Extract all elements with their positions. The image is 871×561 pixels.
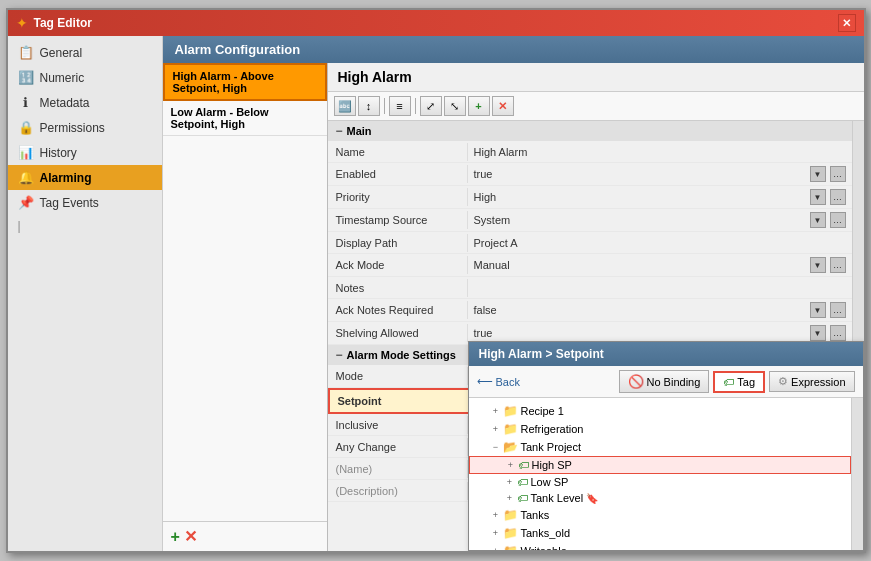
prop-ack-mode: Ack Mode Manual ▼ … — [328, 254, 852, 277]
sidebar-item-history[interactable]: 📊 History — [8, 140, 162, 165]
delete-prop-button[interactable]: ✕ — [492, 96, 514, 116]
sidebar-item-general[interactable]: 📋 General — [8, 40, 162, 65]
alarm-list: High Alarm - Above Setpoint, High Low Al… — [163, 63, 327, 521]
main-content: Alarm Configuration High Alarm - Above S… — [163, 36, 864, 551]
expand-button[interactable]: ⤢ — [420, 96, 442, 116]
app-icon: ✦ — [16, 15, 28, 31]
tag-binding-icon: 🏷 — [723, 376, 734, 388]
tree-item-high-sp[interactable]: + 🏷 High SP — [469, 456, 851, 474]
sidebar-label-metadata: Metadata — [40, 96, 90, 110]
expand-tanks-old[interactable]: + — [489, 528, 503, 538]
metadata-icon: ℹ — [18, 95, 34, 110]
title-bar: ✦ Tag Editor ✕ — [8, 10, 864, 36]
tree-item-recipe1[interactable]: + 📁 Recipe 1 — [469, 402, 851, 420]
title-bar-left: ✦ Tag Editor — [16, 15, 92, 31]
no-binding-icon: 🚫 — [628, 374, 644, 389]
sidebar-label-numeric: Numeric — [40, 71, 85, 85]
back-button[interactable]: ⟵ Back — [477, 375, 520, 388]
alarm-item-low[interactable]: Low Alarm - Below Setpoint, High — [163, 101, 327, 136]
expand-tank-level: + — [503, 493, 517, 503]
section-main[interactable]: Main — [328, 121, 852, 141]
shelving-dropdown[interactable]: ▼ — [810, 325, 826, 341]
sidebar-item-numeric[interactable]: 🔢 Numeric — [8, 65, 162, 90]
priority-dropdown[interactable]: ▼ — [810, 189, 826, 205]
enabled-dropdown[interactable]: ▼ — [810, 166, 826, 182]
expand-writeable[interactable]: + — [489, 546, 503, 550]
priority-edit-btn[interactable]: … — [830, 189, 846, 205]
no-binding-button[interactable]: 🚫 No Binding — [619, 370, 710, 393]
history-icon: 📊 — [18, 145, 34, 160]
expression-binding-button[interactable]: ⚙ Expression — [769, 371, 854, 392]
sidebar-item-metadata[interactable]: ℹ Metadata — [8, 90, 162, 115]
prop-notes: Notes — [328, 277, 852, 299]
properties-title: High Alarm — [328, 63, 864, 92]
sort-order-button[interactable]: ↕ — [358, 96, 380, 116]
folder-icon-tanks: 📁 — [503, 508, 518, 522]
add-prop-button[interactable]: + — [468, 96, 490, 116]
tree-label-recipe1: Recipe 1 — [521, 405, 564, 417]
ackmode-dropdown[interactable]: ▼ — [810, 257, 826, 273]
sort-alpha-button[interactable]: 🔤 — [334, 96, 356, 116]
view-button[interactable]: ≡ — [389, 96, 411, 116]
acknotes-dropdown[interactable]: ▼ — [810, 302, 826, 318]
tag-icon-low-sp: 🏷 — [517, 476, 528, 488]
popup-header: High Alarm > Setpoint — [469, 342, 863, 366]
prop-priority: Priority High ▼ … — [328, 186, 852, 209]
prop-timestamp: Timestamp Source System ▼ … — [328, 209, 852, 232]
setpoint-popup: High Alarm > Setpoint ⟵ Back 🚫 No Bindin… — [468, 341, 864, 551]
expand-recipe1[interactable]: + — [489, 406, 503, 416]
back-arrow-icon: ⟵ — [477, 375, 493, 388]
no-binding-label: No Binding — [647, 376, 701, 388]
acknotes-edit-btn[interactable]: … — [830, 302, 846, 318]
tag-binding-button[interactable]: 🏷 Tag — [713, 371, 765, 393]
permissions-icon: 🔒 — [18, 120, 34, 135]
expand-low-sp: + — [503, 477, 517, 487]
collapse-button[interactable]: ⤡ — [444, 96, 466, 116]
ackmode-edit-btn[interactable]: … — [830, 257, 846, 273]
sidebar-item-permissions[interactable]: 🔒 Permissions — [8, 115, 162, 140]
alarm-list-panel: High Alarm - Above Setpoint, High Low Al… — [163, 63, 328, 551]
binding-options: 🚫 No Binding 🏷 Tag ⚙ Expression — [619, 370, 855, 393]
tag-editor-window: ✦ Tag Editor ✕ 📋 General 🔢 Numeric ℹ Met… — [6, 8, 866, 553]
expression-icon: ⚙ — [778, 375, 788, 388]
tree-item-tanks-old[interactable]: + 📁 Tanks_old — [469, 524, 851, 542]
tree-item-low-sp[interactable]: + 🏷 Low SP — [469, 474, 851, 490]
sidebar-item-alarming[interactable]: 🔔 Alarming — [8, 165, 162, 190]
timestamp-dropdown[interactable]: ▼ — [810, 212, 826, 228]
timestamp-edit-btn[interactable]: … — [830, 212, 846, 228]
tree-item-tanks[interactable]: + 📁 Tanks — [469, 506, 851, 524]
folder-icon-tank-project: 📂 — [503, 440, 518, 454]
tag-events-icon: 📌 — [18, 195, 34, 210]
expand-refrigeration[interactable]: + — [489, 424, 503, 434]
toolbar-sep1 — [384, 98, 385, 114]
expression-label: Expression — [791, 376, 845, 388]
remove-alarm-button[interactable]: ✕ — [184, 527, 197, 546]
tree-label-tanks-old: Tanks_old — [521, 527, 571, 539]
alarm-item-high[interactable]: High Alarm - Above Setpoint, High — [163, 63, 327, 101]
expand-tanks[interactable]: + — [489, 510, 503, 520]
sidebar: 📋 General 🔢 Numeric ℹ Metadata 🔒 Permiss… — [8, 36, 163, 551]
sidebar-item-tag-events[interactable]: 📌 Tag Events — [8, 190, 162, 215]
prop-name: Name High Alarm — [328, 141, 852, 163]
close-button[interactable]: ✕ — [838, 14, 856, 32]
sidebar-label-permissions: Permissions — [40, 121, 105, 135]
alarm-config-header: Alarm Configuration — [163, 36, 864, 63]
expand-tank-project[interactable]: − — [489, 442, 503, 452]
tree-item-refrigeration[interactable]: + 📁 Refrigeration — [469, 420, 851, 438]
enabled-edit-btn[interactable]: … — [830, 166, 846, 182]
expand-high-sp: + — [504, 460, 518, 470]
cursor-indicator: | — [8, 215, 162, 237]
tree-item-writeable[interactable]: + 📁 Writeable — [469, 542, 851, 550]
shelving-edit-btn[interactable]: … — [830, 325, 846, 341]
prop-display-path: Display Path Project A — [328, 232, 852, 254]
alarm-list-footer: + ✕ — [163, 521, 327, 551]
toolbar-sep2 — [415, 98, 416, 114]
sidebar-label-general: General — [40, 46, 83, 60]
popup-scrollbar[interactable] — [851, 398, 863, 550]
popup-toolbar: ⟵ Back 🚫 No Binding 🏷 Tag — [469, 366, 863, 398]
add-alarm-button[interactable]: + — [171, 528, 180, 546]
tree-item-tank-project[interactable]: − 📂 Tank Project — [469, 438, 851, 456]
sidebar-label-alarming: Alarming — [40, 171, 92, 185]
popup-tree: + 📁 Recipe 1 + 📁 Refrigeration — [469, 398, 851, 550]
tree-item-tank-level[interactable]: + 🏷 Tank Level 🔖 — [469, 490, 851, 506]
